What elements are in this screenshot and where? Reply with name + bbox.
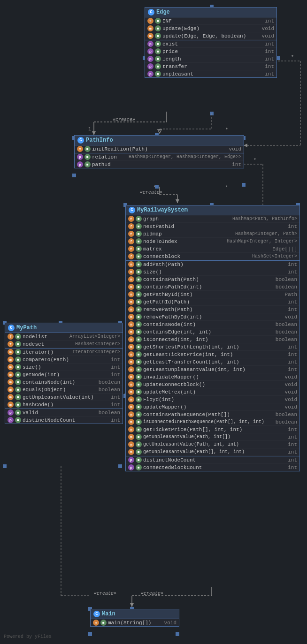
edge-field-transfer: p ■ transfer int: [145, 63, 276, 70]
mypath-field-distinctnodecount: p ■ distinctNodeCount int: [5, 417, 123, 424]
edge-method-update2: m ■ update(Edge, Edge, boolean) void: [145, 32, 276, 40]
access-icon: ■: [155, 33, 161, 39]
pathinfo-class-icon: C: [77, 137, 84, 144]
mypath-method-size: m ■ size() int: [5, 364, 123, 371]
mypath-field-valid: p ■ valid boolean: [5, 409, 123, 417]
svg-rect-7: [242, 183, 246, 187]
svg-rect-19: [118, 464, 122, 468]
mrs-method-getticketprice: m ■ getTicketPrice(Path[], int, int) int: [126, 426, 299, 433]
mrs-method-getleastticketprice: m ■ getLeastTicketPrice(int, int) int: [126, 351, 299, 358]
field-vis-icon: p: [77, 154, 83, 160]
edge-class-box: C Edge f ■ INF int m ■ update(Edge) void…: [145, 7, 277, 78]
mrs-method-getunpleasantvalue3: m ■ getUnpleasantValue(Path[], int, int)…: [126, 448, 299, 456]
svg-marker-50: [130, 603, 134, 607]
mrs-method-removepath: m ■ removePath(Path) int: [126, 306, 299, 313]
svg-rect-5: [72, 174, 76, 177]
mrs-field-nodetoindex: f ■ nodeToIndex HashMap<Integer, Integer…: [126, 238, 299, 245]
edge-field-unpleasant: p ■ unpleasant int: [145, 70, 276, 77]
mypath-field-nodelist: f ■ nodelist ArrayList<Integer>: [5, 333, 123, 341]
access-icon: ■: [155, 41, 161, 47]
mypath-field-nodeset: f ■ nodeset HashSet<Integer>: [5, 341, 123, 348]
svg-marker-38: [176, 199, 179, 203]
method-vis-icon: m: [77, 146, 83, 152]
myrailwaysystem-class-box: C MyRailwaySystem f ■ graph HashMap<Path…: [125, 205, 300, 471]
svg-rect-22: [88, 632, 92, 636]
access-icon: ■: [155, 56, 161, 62]
svg-text:*: *: [253, 158, 256, 163]
mrs-method-updateconnectblock: m ■ updateConnectblock() void: [126, 381, 299, 388]
mrs-method-getleasttransfercount: m ■ getLeastTransferCount(int, int) int: [126, 358, 299, 366]
edge-class-name: Edge: [156, 9, 170, 15]
mrs-method-containsedge: m ■ containsEdge(int, int) boolean: [126, 328, 299, 336]
mrs-method-containspathid: m ■ containsPathId(int) boolean: [126, 283, 299, 291]
pathinfo-class-header: C PathInfo: [75, 136, 244, 145]
edge-class-header: C Edge: [145, 8, 276, 17]
myrailwaysystem-class-icon: C: [129, 207, 135, 213]
edge-field-exist: p ■ exist int: [145, 40, 276, 48]
mrs-method-updatemapper: m ■ updateMapper() void: [126, 403, 299, 411]
mrs-method-floyd: m ■ Floyd(int) void: [126, 396, 299, 403]
field-vis-icon: p: [147, 63, 154, 69]
mrs-method-getpathbyid: m ■ getPathById(int) Path: [126, 291, 299, 298]
mrs-field-pidmap: f ■ pidmap HashMap<Integer, Path>: [126, 230, 299, 238]
field-vis-icon: p: [147, 56, 154, 62]
mrs-method-addpath: m ■ addPath(Path) int: [126, 260, 299, 268]
mrs-field-graph: f ■ graph HashMap<Path, PathInfo>: [126, 215, 299, 223]
diagram-canvas: «create» 1 * «create» * 1 «create» «: [0, 0, 307, 644]
svg-text:*: *: [291, 55, 294, 60]
mrs-field-connectedblockcount: p ■ connectedBlockCount int: [126, 464, 299, 471]
svg-text:*: *: [225, 185, 228, 190]
edge-field-INF: f ■ INF int: [145, 17, 276, 25]
svg-text:«create»: «create»: [140, 190, 162, 195]
watermark-label: Powered by yFiles: [4, 634, 52, 639]
main-method-main: m ■ main(String[]) void: [91, 619, 179, 626]
pathinfo-field-relation: p ■ relation HashMap<Integer, HashMap<In…: [75, 153, 244, 161]
mrs-method-containspath: m ■ containsPath(Path) boolean: [126, 276, 299, 283]
access-icon: ■: [155, 25, 161, 31]
edge-class-icon: C: [148, 9, 154, 15]
main-class-box: C Main m ■ main(String[]) void: [90, 609, 179, 627]
mypath-method-getnode: m ■ getNode(int) int: [5, 371, 123, 379]
mrs-field-distinctnodecount: p ■ distinctNodeCount int: [126, 456, 299, 464]
mrs-field-nextpathid: f ■ nextPathId int: [126, 223, 299, 230]
svg-rect-23: [176, 632, 179, 636]
access-icon: ■: [155, 48, 161, 54]
svg-text:*: *: [153, 185, 156, 190]
svg-text:«create»: «create»: [113, 117, 135, 122]
mypath-method-compareto: m ■ compareTo(Path) int: [5, 356, 123, 364]
myrailwaysystem-class-name: MyRailwaySystem: [137, 207, 188, 213]
mypath-class-header: C MyPath: [5, 323, 123, 333]
access-icon: ■: [155, 71, 161, 77]
field-vis-icon: p: [147, 48, 154, 54]
svg-rect-18: [3, 464, 7, 468]
edge-field-length: p ■ length int: [145, 55, 276, 63]
mrs-method-getshortestpathlength: m ■ getShortestPathLength(int, int) int: [126, 343, 299, 351]
mrs-method-removepathbyid: m ■ removePathById(int) void: [126, 313, 299, 321]
field-vis-icon: p: [147, 71, 154, 77]
mypath-class-box: C MyPath f ■ nodelist ArrayList<Integer>…: [5, 323, 123, 424]
svg-marker-58: [158, 129, 161, 133]
main-class-name: Main: [102, 611, 115, 617]
mrs-method-isconnected: m ■ isConnected(int, int) boolean: [126, 336, 299, 343]
main-class-icon: C: [93, 611, 100, 617]
svg-marker-33: [244, 144, 247, 147]
edge-field-price: p ■ price int: [145, 48, 276, 55]
svg-text:«create»: «create»: [141, 591, 163, 596]
mrs-method-getpathid: m ■ getPathId(Path) int: [126, 298, 299, 306]
method-vis-icon: m: [147, 25, 154, 31]
mypath-class-name: MyPath: [16, 325, 37, 331]
myrailwaysystem-class-header: C MyRailwaySystem: [126, 205, 299, 215]
edge-method-update1: m ■ update(Edge) void: [145, 25, 276, 32]
main-class-header: C Main: [91, 609, 179, 619]
access-icon: ■: [84, 146, 91, 152]
pathinfo-class-box: C PathInfo m ■ initRealtion(Path) void p…: [74, 135, 244, 168]
field-vis-icon: p: [77, 161, 83, 167]
access-icon: ■: [155, 18, 161, 24]
svg-rect-1: [210, 112, 214, 115]
mypath-method-hashcode: m ■ hashCode() int: [5, 401, 123, 409]
svg-text:*: *: [225, 128, 228, 133]
method-vis-icon: m: [147, 33, 154, 39]
mrs-method-getleastunpleasantvalue: m ■ getLeastUnpleasantValue(int, int) in…: [126, 366, 299, 373]
field-vis-icon: p: [147, 41, 154, 47]
mypath-method-equals: m ■ equals(Object) boolean: [5, 386, 123, 394]
